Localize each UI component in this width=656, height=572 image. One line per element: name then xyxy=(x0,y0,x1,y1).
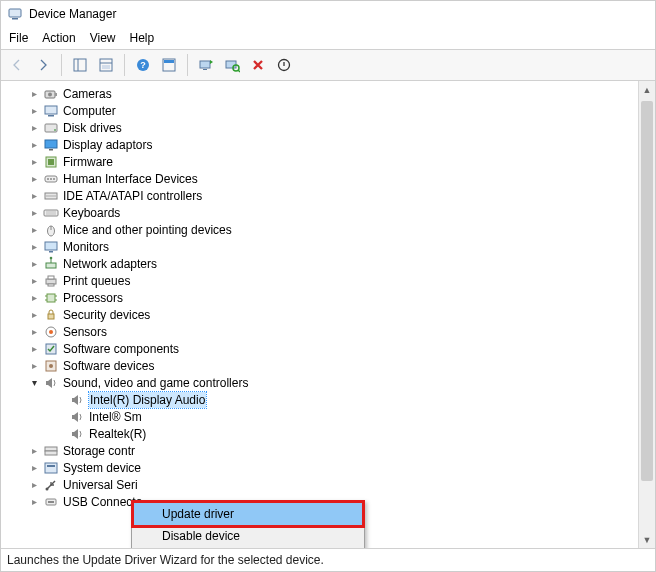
tree-node[interactable]: Realtek(R) xyxy=(11,426,655,442)
usb-icon xyxy=(43,477,59,493)
tree-node[interactable]: ▸Human Interface Devices xyxy=(11,171,655,187)
scroll-thumb[interactable] xyxy=(641,101,653,481)
uninstall-button[interactable] xyxy=(246,53,270,77)
tree-node[interactable]: ▸Universal Seri xyxy=(11,477,655,493)
tree-node[interactable]: ▸Sensors xyxy=(11,324,655,340)
expand-icon[interactable]: ▸ xyxy=(27,155,41,169)
scroll-down-arrow[interactable]: ▼ xyxy=(639,531,655,548)
tree-node[interactable]: ▸Keyboards xyxy=(11,205,655,221)
tree-node[interactable]: ▸IDE ATA/ATAPI controllers xyxy=(11,188,655,204)
vertical-scrollbar[interactable]: ▲ ▼ xyxy=(638,81,655,548)
expand-icon[interactable]: ▸ xyxy=(27,274,41,288)
svg-rect-2 xyxy=(74,59,86,71)
app-icon xyxy=(7,6,23,22)
tree-node[interactable]: ▸Firmware xyxy=(11,154,655,170)
expand-icon[interactable]: ▸ xyxy=(27,172,41,186)
menu-help[interactable]: Help xyxy=(130,31,155,45)
expand-icon[interactable]: ▸ xyxy=(27,308,41,322)
tree-node[interactable]: Intel(R) Display Audio xyxy=(11,392,655,408)
expand-icon[interactable]: ▸ xyxy=(27,104,41,118)
expand-icon[interactable]: ▸ xyxy=(27,121,41,135)
tree-node[interactable]: ▸Network adapters xyxy=(11,256,655,272)
svg-point-31 xyxy=(50,178,52,180)
svg-rect-60 xyxy=(45,451,57,455)
expand-icon[interactable]: ▸ xyxy=(27,325,41,339)
expand-icon[interactable]: ▸ xyxy=(27,342,41,356)
scroll-up-arrow[interactable]: ▲ xyxy=(639,81,655,98)
svg-rect-35 xyxy=(44,210,58,216)
forward-button[interactable] xyxy=(31,53,55,77)
title-bar: Device Manager xyxy=(1,1,655,27)
action-button[interactable] xyxy=(157,53,181,77)
display-icon xyxy=(43,137,59,153)
context-uninstall-device[interactable]: Uninstall device xyxy=(134,547,362,549)
scan-hardware-button[interactable] xyxy=(220,53,244,77)
tree-node-label: Software devices xyxy=(63,358,154,374)
tree-node-label: Sensors xyxy=(63,324,107,340)
cpu-icon xyxy=(43,290,59,306)
svg-rect-40 xyxy=(45,242,57,250)
expand-icon[interactable]: ▸ xyxy=(27,444,41,458)
tree-node[interactable]: ▸Display adaptors xyxy=(11,137,655,153)
tree-node[interactable]: ▸Mice and other pointing devices xyxy=(11,222,655,238)
tree-node[interactable]: ▸Software components xyxy=(11,341,655,357)
status-text: Launches the Update Driver Wizard for th… xyxy=(7,553,324,567)
expand-icon[interactable]: ▸ xyxy=(27,240,41,254)
tree-node[interactable]: ▾Sound, video and game controllers xyxy=(11,375,655,391)
menu-action[interactable]: Action xyxy=(42,31,75,45)
tree-node[interactable]: ▸Storage contr xyxy=(11,443,655,459)
tree-node[interactable]: ▸Processors xyxy=(11,290,655,306)
tree-node[interactable]: ▸Disk drives xyxy=(11,120,655,136)
sound-icon xyxy=(69,409,85,425)
menu-view[interactable]: View xyxy=(90,31,116,45)
collapse-icon[interactable]: ▾ xyxy=(27,376,41,390)
svg-rect-62 xyxy=(47,465,55,467)
toolbar-separator xyxy=(61,54,62,76)
tree-node[interactable]: ▸Cameras xyxy=(11,86,655,102)
show-hide-tree-button[interactable] xyxy=(68,53,92,77)
expand-icon[interactable] xyxy=(53,427,67,441)
tree-node[interactable]: ▸Software devices xyxy=(11,358,655,374)
tree-node-label: Computer xyxy=(63,103,116,119)
expand-icon[interactable] xyxy=(53,393,67,407)
expand-icon[interactable]: ▸ xyxy=(27,223,41,237)
toolbar-separator xyxy=(124,54,125,76)
expand-icon[interactable]: ▸ xyxy=(27,461,41,475)
network-icon xyxy=(43,256,59,272)
disable-button[interactable] xyxy=(272,53,296,77)
tree-node[interactable]: ▸Monitors xyxy=(11,239,655,255)
expand-icon[interactable]: ▸ xyxy=(27,189,41,203)
system-icon xyxy=(43,460,59,476)
tree-node-label: Mice and other pointing devices xyxy=(63,222,232,238)
window-title: Device Manager xyxy=(29,7,116,21)
tree-node-label: Intel® Sm xyxy=(89,409,142,425)
menu-file[interactable]: File xyxy=(9,31,28,45)
svg-point-44 xyxy=(50,257,53,260)
tree-node-label: Firmware xyxy=(63,154,113,170)
svg-rect-61 xyxy=(45,463,57,473)
expand-icon[interactable] xyxy=(53,410,67,424)
expand-icon[interactable]: ▸ xyxy=(27,495,41,509)
device-tree[interactable]: ▸Cameras▸Computer▸Disk drives▸Display ad… xyxy=(1,81,655,548)
update-driver-button[interactable] xyxy=(194,53,218,77)
properties-button[interactable] xyxy=(94,53,118,77)
svg-rect-66 xyxy=(48,501,54,503)
expand-icon[interactable]: ▸ xyxy=(27,478,41,492)
context-update-driver[interactable]: Update driver xyxy=(134,503,362,525)
expand-icon[interactable]: ▸ xyxy=(27,138,41,152)
tree-node[interactable]: ▸Computer xyxy=(11,103,655,119)
expand-icon[interactable]: ▸ xyxy=(27,206,41,220)
back-button[interactable] xyxy=(5,53,29,77)
tree-node[interactable]: ▸Security devices xyxy=(11,307,655,323)
expand-icon[interactable]: ▸ xyxy=(27,359,41,373)
context-disable-device[interactable]: Disable device xyxy=(134,525,362,547)
expand-icon[interactable]: ▸ xyxy=(27,291,41,305)
expand-icon[interactable]: ▸ xyxy=(27,87,41,101)
svg-rect-42 xyxy=(46,263,56,268)
expand-icon[interactable]: ▸ xyxy=(27,257,41,271)
tree-node[interactable]: Intel® Sm xyxy=(11,409,655,425)
tree-node-label: Network adapters xyxy=(63,256,157,272)
tree-node[interactable]: ▸System device xyxy=(11,460,655,476)
help-button[interactable]: ? xyxy=(131,53,155,77)
tree-node[interactable]: ▸Print queues xyxy=(11,273,655,289)
